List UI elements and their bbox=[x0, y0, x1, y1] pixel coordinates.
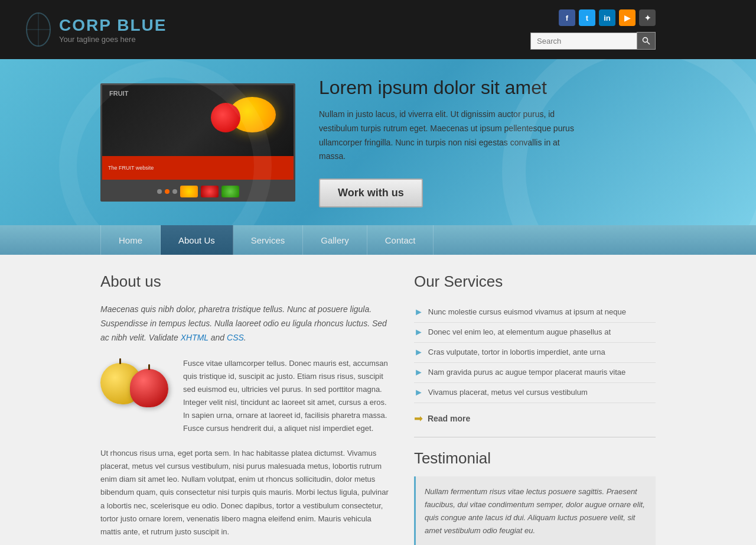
search-bar bbox=[530, 32, 656, 50]
services-title: Our Services bbox=[414, 272, 656, 291]
header: CORP BLUE Your tagline goes here f t in … bbox=[0, 0, 756, 59]
service-arrow-3: ► bbox=[414, 347, 423, 358]
testimonial-title: Testimonial bbox=[414, 449, 656, 468]
dot-2 bbox=[165, 189, 170, 194]
service-arrow-4: ► bbox=[414, 367, 423, 378]
screenshot-footer: The FRUIT website bbox=[102, 156, 294, 180]
stem-2 bbox=[148, 364, 150, 370]
service-text-1: Nunc molestie cursus euismod vivamus at … bbox=[428, 307, 626, 316]
thumb-2 bbox=[201, 186, 219, 197]
read-more-arrow-icon: ➡ bbox=[414, 412, 423, 425]
nav-home[interactable]: Home bbox=[100, 225, 161, 255]
logo-area: CORP BLUE Your tagline goes here bbox=[0, 0, 230, 59]
logo-title: CORP BLUE bbox=[59, 16, 167, 35]
hero-description: Nullam in justo lacus, id viverra elit. … bbox=[319, 108, 585, 164]
hero-section: FRUIT The FRUIT website Lorem ipsum dolo… bbox=[0, 59, 756, 225]
service-item-1: ► Nunc molestie cursus euismod vivamus a… bbox=[414, 303, 656, 323]
thumb-3 bbox=[221, 186, 239, 197]
about-intro: Maecenas quis nibh dolor, pharetra trist… bbox=[100, 303, 390, 345]
twitter-icon[interactable]: t bbox=[579, 9, 595, 26]
social-icons: f t in ▶ ✦ bbox=[559, 9, 656, 26]
screenshot-apple bbox=[211, 103, 240, 132]
dot-1 bbox=[157, 189, 162, 194]
rss-icon[interactable]: ✦ bbox=[639, 9, 656, 26]
logo-icon bbox=[24, 9, 53, 50]
facebook-icon[interactable]: f bbox=[559, 9, 575, 26]
testimonial-text: Nullam fermentum risus vitae lectus posu… bbox=[414, 476, 656, 545]
search-button[interactable] bbox=[637, 32, 656, 50]
xhtml-link[interactable]: XHTML bbox=[181, 333, 208, 342]
youtube-icon[interactable]: ▶ bbox=[619, 9, 636, 26]
screenshot-dots bbox=[102, 180, 294, 202]
service-text-3: Cras vulputate, tortor in lobortis imper… bbox=[428, 348, 605, 356]
about-mid-section: Fusce vitae ullamcorper tellus. Donec ma… bbox=[100, 357, 390, 436]
screenshot-logo: FRUIT bbox=[109, 90, 128, 97]
right-column: Our Services ► Nunc molestie cursus euis… bbox=[414, 272, 656, 545]
nav-contact[interactable]: Contact bbox=[367, 225, 434, 255]
about-body2: Ut rhoncus risus urna, eget porta sem. I… bbox=[100, 447, 390, 538]
about-title: About us bbox=[100, 272, 390, 291]
hero-content: Lorem ipsum dolor sit amet Nullam in jus… bbox=[319, 77, 656, 207]
logo-tagline: Your tagline goes here bbox=[59, 35, 167, 44]
nav-services[interactable]: Services bbox=[233, 225, 304, 255]
service-item-2: ► Donec vel enim leo, at elementum augue… bbox=[414, 323, 656, 343]
css-link[interactable]: CSS bbox=[227, 333, 244, 342]
service-item-3: ► Cras vulputate, tortor in lobortis imp… bbox=[414, 343, 656, 363]
red-apple bbox=[130, 369, 168, 407]
stem-1 bbox=[119, 358, 121, 364]
linkedin-icon[interactable]: in bbox=[599, 9, 615, 26]
nav-about[interactable]: About Us bbox=[161, 225, 233, 255]
service-item-5: ► Vivamus placerat, metus vel cursus ves… bbox=[414, 383, 656, 403]
work-with-us-button[interactable]: Work with us bbox=[319, 179, 423, 207]
service-arrow-5: ► bbox=[414, 387, 423, 398]
screenshot-footer-text: The FRUIT website bbox=[108, 165, 154, 171]
service-text-5: Vivamus placerat, metus vel cursus vesti… bbox=[428, 388, 588, 397]
services-list: ► Nunc molestie cursus euismod vivamus a… bbox=[414, 303, 656, 403]
nav-gallery[interactable]: Gallery bbox=[303, 225, 367, 255]
hero-screenshot: FRUIT The FRUIT website bbox=[100, 83, 295, 202]
about-body1: Fusce vitae ullamcorper tellus. Donec ma… bbox=[183, 357, 390, 436]
search-icon bbox=[642, 37, 650, 45]
service-item-4: ► Nam gravida purus ac augue tempor plac… bbox=[414, 363, 656, 383]
hero-title: Lorem ipsum dolor sit amet bbox=[319, 77, 656, 99]
main-content: About us Maecenas quis nibh dolor, phare… bbox=[0, 255, 756, 545]
svg-line-4 bbox=[647, 42, 650, 45]
apple-image bbox=[100, 357, 171, 416]
search-input[interactable] bbox=[530, 33, 637, 50]
svg-point-3 bbox=[643, 38, 648, 43]
read-more-link[interactable]: Read more bbox=[428, 414, 470, 423]
dot-3 bbox=[172, 189, 177, 194]
hero-screenshot-inner: FRUIT The FRUIT website bbox=[102, 85, 294, 180]
service-arrow-2: ► bbox=[414, 327, 423, 338]
service-text-2: Donec vel enim leo, at elementum augue p… bbox=[428, 327, 611, 336]
main-nav: Home About Us Services Gallery Contact bbox=[0, 225, 756, 255]
service-arrow-1: ► bbox=[414, 307, 423, 317]
header-right: f t in ▶ ✦ bbox=[530, 9, 656, 50]
service-text-4: Nam gravida purus ac augue tempor placer… bbox=[428, 368, 626, 377]
screenshot-orange bbox=[229, 97, 276, 132]
left-column: About us Maecenas quis nibh dolor, phare… bbox=[100, 272, 390, 545]
thumb-1 bbox=[180, 186, 198, 197]
read-more-row: ➡ Read more bbox=[414, 412, 656, 437]
